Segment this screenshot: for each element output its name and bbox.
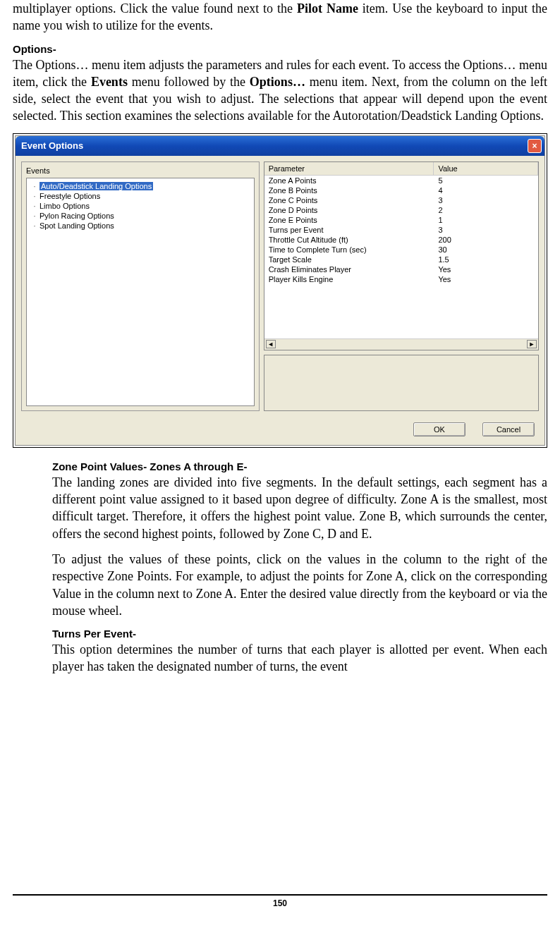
param-value[interactable]: 5 xyxy=(434,176,538,185)
options-heading: Options- xyxy=(13,43,547,55)
parameter-header: Parameter Value xyxy=(264,162,538,176)
param-name: Zone A Points xyxy=(264,176,434,185)
horizontal-scrollbar[interactable]: ◄ ► xyxy=(264,338,538,350)
param-value[interactable]: 30 xyxy=(434,245,538,255)
sidebar-item-label: Freestyle Options xyxy=(39,192,100,200)
param-value[interactable]: 200 xyxy=(434,235,538,245)
param-name: Zone D Points xyxy=(264,205,434,215)
close-icon[interactable]: × xyxy=(528,139,542,153)
param-value[interactable]: Yes xyxy=(434,274,538,284)
zone-points-para2: To adjust the values of these points, cl… xyxy=(52,551,547,619)
table-row[interactable]: Turns per Event3 xyxy=(264,225,538,235)
table-row[interactable]: Zone C Points3 xyxy=(264,195,538,205)
ok-button[interactable]: OK xyxy=(413,422,465,436)
param-value[interactable]: 3 xyxy=(434,195,538,205)
dialog-screenshot: Event Options × Events ·Auto/Deadstick L… xyxy=(13,133,547,448)
sidebar-item-0[interactable]: ·Auto/Deadstick Landing Options xyxy=(31,181,250,191)
sidebar-item-3[interactable]: ·Pylon Racing Options xyxy=(31,211,250,221)
dialog-buttons: OK Cancel xyxy=(16,417,544,445)
param-name: Throttle Cut Altitude (ft) xyxy=(264,235,434,245)
sidebar-item-label: Auto/Deadstick Landing Options xyxy=(39,182,153,190)
param-value[interactable]: 2 xyxy=(434,205,538,215)
bullet-icon: · xyxy=(32,202,37,210)
table-row[interactable]: Zone E Points1 xyxy=(264,215,538,225)
param-name: Zone B Points xyxy=(264,185,434,195)
table-row[interactable]: Player Kills EngineYes xyxy=(264,274,538,284)
param-value[interactable]: Yes xyxy=(434,264,538,274)
intro-paragraph: multiplayer options. Click the value fou… xyxy=(13,0,547,35)
title-bar: Event Options × xyxy=(16,136,544,156)
table-row[interactable]: Target Scale1.5 xyxy=(264,255,538,264)
param-value[interactable]: 3 xyxy=(434,225,538,235)
sidebar-item-label: Pylon Racing Options xyxy=(39,212,114,220)
options-paragraph: The Options… menu item adjusts the param… xyxy=(13,56,547,125)
scroll-right-icon[interactable]: ► xyxy=(527,340,537,348)
sidebar-item-2[interactable]: ·Limbo Options xyxy=(31,201,250,211)
param-name: Target Scale xyxy=(264,255,434,264)
param-value[interactable]: 1.5 xyxy=(434,255,538,264)
col-header-value[interactable]: Value xyxy=(434,162,538,175)
turns-per-event-heading: Turns Per Event- xyxy=(52,628,547,640)
table-row[interactable]: Throttle Cut Altitude (ft)200 xyxy=(264,235,538,245)
bullet-icon: · xyxy=(32,212,37,220)
bullet-icon: · xyxy=(32,192,37,200)
param-value[interactable]: 1 xyxy=(434,215,538,225)
param-name: Player Kills Engine xyxy=(264,274,434,284)
page-number: 150 xyxy=(13,894,547,908)
sidebar-item-label: Spot Landing Options xyxy=(39,221,114,230)
table-row[interactable]: Zone D Points2 xyxy=(264,205,538,215)
cancel-button[interactable]: Cancel xyxy=(482,422,535,436)
table-row[interactable]: Zone B Points4 xyxy=(264,185,538,195)
param-value[interactable]: 4 xyxy=(434,185,538,195)
sidebar-item-1[interactable]: ·Freestyle Options xyxy=(31,191,250,201)
bullet-icon: · xyxy=(32,221,37,230)
events-label: Events xyxy=(26,166,255,175)
table-row[interactable]: Time to Complete Turn (sec)30 xyxy=(264,245,538,255)
param-name: Zone E Points xyxy=(264,215,434,225)
param-name: Time to Complete Turn (sec) xyxy=(264,245,434,255)
zone-points-para1: The landing zones are divided into five … xyxy=(52,474,547,542)
param-name: Zone C Points xyxy=(264,195,434,205)
turns-per-event-para: This option determines the number of tur… xyxy=(52,641,547,676)
parameter-list: Parameter Value Zone A Points5Zone B Poi… xyxy=(264,161,539,350)
scroll-left-icon[interactable]: ◄ xyxy=(266,340,276,348)
event-options-dialog: Event Options × Events ·Auto/Deadstick L… xyxy=(15,135,545,446)
bullet-icon: · xyxy=(32,182,37,190)
table-row[interactable]: Zone A Points5 xyxy=(264,176,538,185)
zone-points-heading: Zone Point Values- Zones A through E- xyxy=(52,460,547,472)
events-tree[interactable]: ·Auto/Deadstick Landing Options·Freestyl… xyxy=(26,178,255,406)
sidebar-item-4[interactable]: ·Spot Landing Options xyxy=(31,221,250,231)
sidebar-item-label: Limbo Options xyxy=(39,202,90,210)
detail-pane xyxy=(264,355,539,411)
dialog-title: Event Options xyxy=(21,140,83,151)
col-header-parameter[interactable]: Parameter xyxy=(264,162,434,175)
table-row[interactable]: Crash Eliminates PlayerYes xyxy=(264,264,538,274)
param-name: Turns per Event xyxy=(264,225,434,235)
param-name: Crash Eliminates Player xyxy=(264,264,434,274)
